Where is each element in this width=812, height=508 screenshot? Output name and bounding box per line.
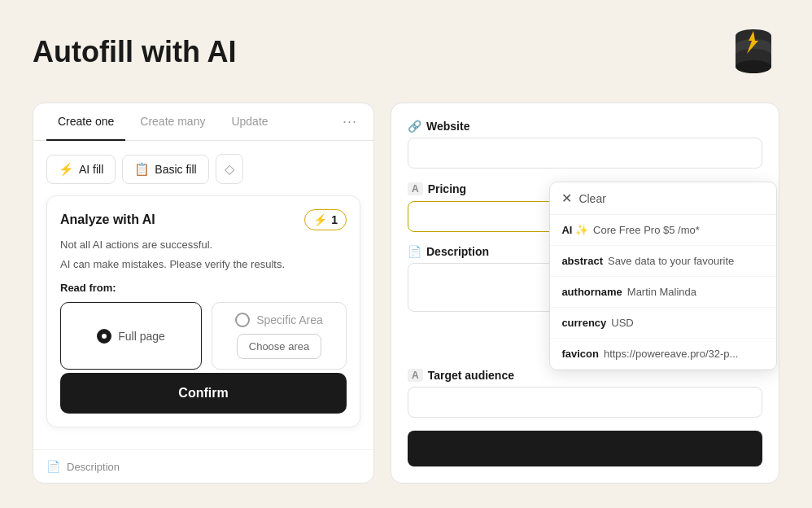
read-from-label: Read from: [60, 282, 347, 294]
basic-fill-label: Basic fill [155, 163, 196, 176]
item-key-2: authorname [561, 286, 622, 298]
item-key-0: AI ✨ [561, 224, 588, 236]
full-page-label: Full page [118, 330, 165, 343]
left-body: ⚡ AI fill 📋 Basic fill ◇ Analyze with AI… [33, 141, 373, 449]
tab-create-one[interactable]: Create one [46, 103, 125, 141]
pricing-label: Pricing [428, 182, 466, 195]
specific-area-label: Specific Area [256, 313, 323, 326]
page-title: Autofill with AI [33, 35, 237, 69]
tab-create-many[interactable]: Create many [129, 103, 216, 141]
ai-badge: ⚡ 1 [304, 209, 347, 230]
pricing-label-row: A Pricing [408, 182, 466, 195]
clear-x-icon[interactable]: ✕ [561, 190, 572, 206]
badge-lightning-icon: ⚡ [313, 213, 327, 226]
target-audience-label: Target audience [428, 369, 514, 382]
website-input[interactable] [408, 138, 762, 169]
dropdown-item-3[interactable]: currency USD [550, 308, 776, 339]
basic-fill-button[interactable]: 📋 Basic fill [122, 155, 208, 184]
left-footer: 📄 Description [33, 449, 373, 483]
ai-fill-label: AI fill [79, 163, 103, 176]
footer-desc-icon: 📄 [46, 460, 60, 473]
item-key-4: favicon [561, 348, 599, 360]
website-label-row: 🔗 Website [408, 120, 762, 133]
pricing-dropdown: ✕ AI ✨ Core Free Pro $5 /mo* abstract Sa… [549, 182, 777, 370]
read-from-options: Full page Specific Area Choose area [60, 302, 347, 370]
description-label: Description [426, 245, 489, 258]
website-field-group: 🔗 Website [408, 120, 762, 169]
dropdown-item-2[interactable]: authorname Martin Malinda [550, 277, 776, 308]
pricing-a-icon: A [408, 182, 423, 195]
specific-area-option[interactable]: Specific Area Choose area [212, 302, 347, 370]
description-icon: 📄 [408, 245, 421, 258]
dropdown-item-4[interactable]: favicon https://powereave.pro/32-p... [550, 339, 776, 370]
dropdown-item-1[interactable]: abstract Save data to your favourite [550, 246, 776, 277]
website-label: Website [426, 120, 469, 133]
tab-update[interactable]: Update [220, 103, 279, 141]
lightning-icon: ⚡ [59, 162, 74, 177]
right-panel: 🔗 Website A Pricing ··· ✕ [391, 103, 779, 484]
ai-analysis-card: Analyze with AI ⚡ 1 Not all AI actions a… [46, 195, 360, 427]
footer-label: Description [67, 461, 120, 473]
item-val-3: USD [611, 317, 633, 329]
ai-card-title: Analyze with AI [60, 212, 155, 227]
ai-card-desc2: AI can make mistakes. Please verify the … [60, 256, 347, 273]
ai-fill-button[interactable]: ⚡ AI fill [46, 155, 116, 184]
dropdown-item-0[interactable]: AI ✨ Core Free Pro $5 /mo* [550, 215, 776, 246]
item-val-0: Core Free Pro $5 /mo* [593, 224, 700, 236]
item-val-4: https://powereave.pro/32-p... [604, 348, 738, 360]
svg-point-6 [736, 60, 771, 73]
db-icon [727, 24, 779, 80]
tabs-bar: Create one Create many Update ··· [33, 103, 373, 141]
main-content: Create one Create many Update ··· ⚡ AI f… [33, 103, 779, 484]
specific-area-radio[interactable] [235, 313, 250, 327]
bottom-action-bar [408, 431, 762, 466]
left-panel: Create one Create many Update ··· ⚡ AI f… [33, 103, 374, 484]
ai-badge-count: 1 [331, 213, 338, 226]
item-key-1: abstract [561, 255, 603, 267]
ai-card-desc1: Not all AI actions are successful. [60, 237, 347, 253]
edit-icon: 📋 [134, 162, 150, 177]
target-audience-label-row: A Target audience [408, 369, 762, 382]
link-icon: 🔗 [408, 120, 421, 133]
item-val-2: Martin Malinda [627, 286, 696, 298]
target-a-icon: A [408, 369, 423, 382]
tabs-more-button[interactable]: ··· [339, 105, 360, 138]
target-audience-input[interactable] [408, 387, 762, 418]
item-key-3: currency [561, 317, 606, 329]
erase-icon: ◇ [225, 162, 234, 176]
choose-area-button[interactable]: Choose area [237, 334, 321, 359]
ai-card-header: Analyze with AI ⚡ 1 [60, 209, 347, 230]
confirm-button[interactable]: Confirm [60, 373, 347, 414]
pricing-field-group: A Pricing ··· ✕ AI ✨ Core Free Pro $5 /m… [408, 182, 762, 232]
full-page-option[interactable]: Full page [60, 302, 202, 370]
fill-buttons-group: ⚡ AI fill 📋 Basic fill ◇ [46, 154, 360, 184]
target-audience-field-group: A Target audience [408, 369, 762, 418]
item-val-1: Save data to your favourite [608, 255, 734, 267]
page-header: Autofill with AI [33, 24, 779, 80]
dropdown-search-input[interactable] [578, 192, 765, 205]
full-page-radio[interactable] [97, 329, 111, 344]
dropdown-search-row: ✕ [550, 182, 776, 215]
erase-button[interactable]: ◇ [216, 154, 243, 184]
